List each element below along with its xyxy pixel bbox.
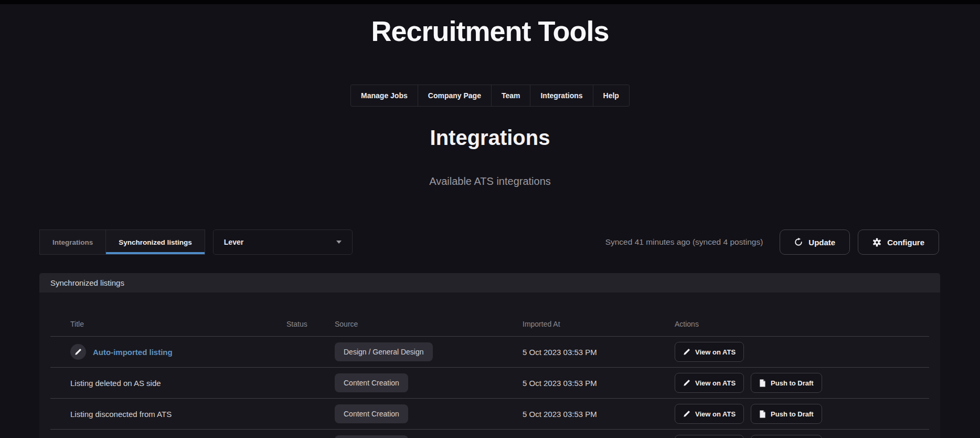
column-header-actions: Actions — [675, 320, 929, 328]
action-button-label: View on ATS — [695, 348, 736, 356]
actions-cell: View on ATS — [675, 342, 929, 362]
card-title: Synchronized listings — [50, 278, 124, 287]
card-header: Synchronized listings — [39, 273, 940, 293]
file-icon — [759, 379, 766, 387]
main-nav: Manage JobsCompany PageTeamIntegrationsH… — [350, 85, 630, 107]
configure-button[interactable]: Configure — [858, 230, 939, 255]
action-view-on-ats[interactable]: View on ATS — [675, 373, 744, 393]
view-tabs: IntegrationsSynchronized listings — [39, 230, 205, 255]
listing-title: Listing disconected from ATS — [70, 410, 286, 419]
action-push-to-draft[interactable]: Push to Draft — [751, 435, 822, 438]
listing-title: Listing deleted on AS side — [70, 379, 286, 388]
column-header-imported-at: Imported At — [523, 320, 675, 328]
table-row: Content Creation View on ATS Push to Dra… — [50, 430, 929, 438]
gear-icon — [872, 238, 881, 247]
imported-at-cell: 5 Oct 2023 03:53 PM — [523, 379, 675, 388]
action-view-on-ats[interactable]: View on ATS — [675, 404, 744, 424]
tab-integrations[interactable]: Integrations — [39, 230, 106, 255]
status-cell — [286, 410, 335, 419]
actions-cell: View on ATS Push to Draft — [675, 404, 929, 424]
nav-item-company-page[interactable]: Company Page — [418, 85, 492, 106]
integrations-toolbar: IntegrationsSynchronized listings Lever … — [39, 230, 939, 255]
column-header-source: Source — [335, 320, 523, 328]
ats-select[interactable]: Lever — [213, 230, 353, 255]
column-header-status: Status — [286, 320, 335, 328]
source-badge: Content Creation — [335, 404, 408, 423]
action-button-label: View on ATS — [695, 410, 736, 418]
source-cell: Content Creation — [335, 435, 523, 438]
chevron-down-icon — [336, 241, 342, 244]
table-row: Auto-imported listing Design / General D… — [50, 337, 929, 368]
section-heading: Integrations — [0, 126, 980, 150]
configure-button-label: Configure — [887, 238, 924, 247]
status-cell — [286, 348, 335, 357]
actions-cell: View on ATS Push to Draft — [675, 373, 929, 393]
action-push-to-draft[interactable]: Push to Draft — [751, 404, 822, 424]
sync-status-text: Synced 41 minutes ago (synced 4 postings… — [605, 237, 763, 247]
pencil-icon — [683, 348, 690, 356]
actions-cell: View on ATS Push to Draft — [675, 435, 929, 438]
listing-title[interactable]: Auto-imported listing — [70, 344, 286, 360]
status-cell — [286, 379, 335, 388]
update-button[interactable]: Update — [780, 230, 850, 255]
nav-item-team[interactable]: Team — [492, 85, 531, 106]
source-cell: Content Creation — [335, 404, 523, 423]
pencil-icon — [683, 379, 690, 387]
refresh-icon — [794, 238, 803, 246]
section-subtitle: Available ATS integrations — [0, 175, 980, 187]
action-view-on-ats[interactable]: View on ATS — [675, 342, 744, 362]
page-title: Recruitment Tools — [0, 15, 980, 47]
listing-title-text: Listing deleted on AS side — [70, 379, 161, 388]
source-cell: Content Creation — [335, 373, 523, 392]
listing-title-text: Listing disconected from ATS — [70, 410, 172, 419]
listing-title-text: Auto-imported listing — [93, 348, 173, 357]
source-badge: Design / General Design — [335, 342, 433, 361]
source-badge: Content Creation — [335, 435, 408, 438]
imported-at-cell: 5 Oct 2023 03:53 PM — [523, 348, 675, 357]
pencil-icon — [683, 410, 690, 418]
pencil-avatar-icon — [70, 344, 86, 360]
synchronized-listings-card: Synchronized listings TitleStatusSourceI… — [39, 273, 940, 438]
listings-table: TitleStatusSourceImported AtActions Auto… — [50, 293, 929, 438]
ats-select-value: Lever — [224, 238, 243, 246]
action-button-label: View on ATS — [695, 379, 736, 387]
nav-item-manage-jobs[interactable]: Manage Jobs — [351, 85, 418, 106]
file-icon — [759, 410, 766, 418]
source-cell: Design / General Design — [335, 342, 523, 361]
action-button-label: Push to Draft — [771, 379, 814, 387]
update-button-label: Update — [808, 238, 835, 247]
action-button-label: Push to Draft — [771, 410, 814, 418]
column-header-title: Title — [70, 320, 286, 328]
nav-item-integrations[interactable]: Integrations — [530, 85, 593, 106]
table-body: Auto-imported listing Design / General D… — [50, 337, 929, 438]
table-header-row: TitleStatusSourceImported AtActions — [50, 293, 929, 337]
nav-item-help[interactable]: Help — [593, 85, 629, 106]
tab-synchronized-listings[interactable]: Synchronized listings — [105, 230, 205, 255]
table-row: Listing deleted on AS side Content Creat… — [50, 368, 929, 399]
imported-at-cell: 5 Oct 2023 03:53 PM — [523, 410, 675, 419]
action-push-to-draft[interactable]: Push to Draft — [751, 373, 822, 393]
toolbar-right: Synced 41 minutes ago (synced 4 postings… — [605, 230, 939, 255]
table-row: Listing disconected from ATS Content Cre… — [50, 399, 929, 430]
action-view-on-ats[interactable]: View on ATS — [675, 435, 744, 438]
source-badge: Content Creation — [335, 373, 408, 392]
window-top-edge — [0, 0, 980, 4]
